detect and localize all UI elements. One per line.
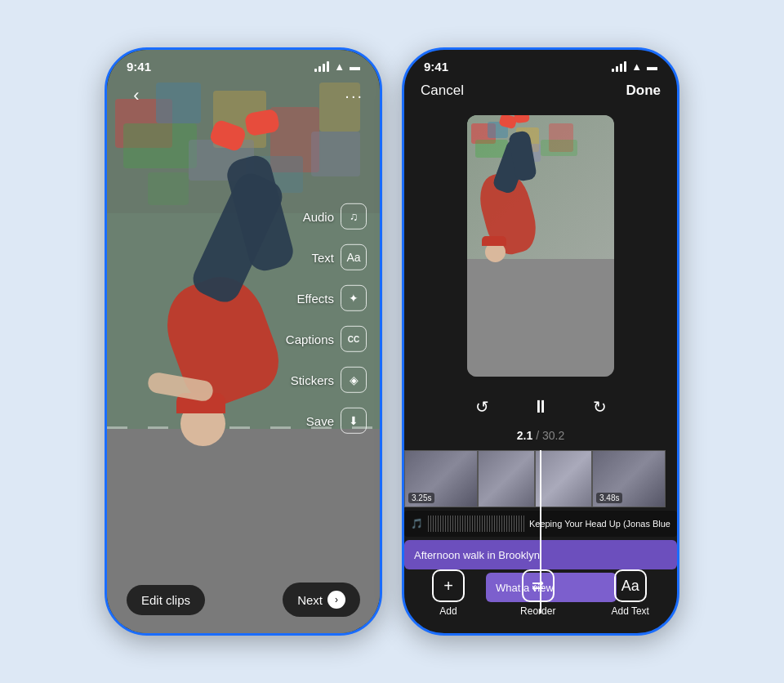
- save-icon: ⬇: [341, 408, 367, 434]
- text-track-1-label: Afternoon walk in Brooklyn: [414, 549, 540, 561]
- next-arrow-icon: ›: [327, 591, 345, 609]
- clip-4-duration: 3.48s: [596, 493, 622, 503]
- bottom-bar-left: Edit clips Next ›: [107, 583, 380, 617]
- add-text-icon[interactable]: Aa: [614, 569, 647, 602]
- playback-controls: ↺ ⏸ ↻: [404, 389, 677, 425]
- audio-track-label: Keeping Your Head Up (Jonas Blue: [529, 519, 670, 529]
- preview-image: [467, 115, 614, 377]
- done-button[interactable]: Done: [626, 83, 662, 99]
- left-phone: 9:41 ▲ ▬: [105, 47, 382, 636]
- captions-icon: CC: [341, 326, 367, 352]
- stickers-tool[interactable]: Stickers ◈: [286, 367, 367, 393]
- bottom-toolbar-right: + Add ⇄ Reorder Aa Add Text: [404, 569, 677, 617]
- add-text-toolbar-item[interactable]: Aa Add Text: [611, 569, 648, 617]
- add-icon[interactable]: +: [432, 569, 465, 602]
- right-status-time: 9:41: [424, 60, 448, 74]
- video-preview: ⌄: [467, 115, 614, 377]
- effects-icon: ✦: [341, 285, 367, 311]
- battery-icon: ▬: [350, 60, 360, 73]
- captions-label: Captions: [286, 332, 334, 346]
- stickers-icon: ◈: [341, 367, 367, 393]
- effects-label: Effects: [296, 291, 334, 305]
- clip-2[interactable]: [478, 450, 535, 507]
- right-status-bar: 9:41 ▲ ▬: [404, 50, 677, 77]
- right-wifi-icon: ▲: [631, 60, 642, 73]
- left-nav: ‹ ···: [107, 83, 380, 109]
- total-time: 30.2: [542, 429, 564, 442]
- audio-track-icon: 🎵: [411, 518, 423, 529]
- tools-menu: Audio ♫ Text Aa Effects ✦ Captions: [286, 203, 367, 434]
- reorder-toolbar-item[interactable]: ⇄ Reorder: [520, 569, 555, 617]
- next-button[interactable]: Next ›: [283, 583, 360, 617]
- time-divider: /: [536, 429, 542, 442]
- left-status-bar: 9:41 ▲ ▬: [107, 50, 380, 77]
- audio-tool[interactable]: Audio ♫: [286, 203, 367, 230]
- preview-chevron-icon: ⌄: [536, 369, 546, 377]
- right-signal-icon: [612, 61, 626, 72]
- text-label: Text: [311, 250, 334, 264]
- back-button[interactable]: ‹: [123, 83, 149, 109]
- right-status-icons: ▲ ▬: [612, 60, 657, 73]
- text-icon: Aa: [341, 244, 367, 270]
- stickers-label: Stickers: [291, 373, 334, 386]
- audio-icon: ♫: [341, 203, 367, 230]
- current-time: 2.1: [517, 429, 532, 442]
- audio-waveform: [428, 516, 524, 532]
- right-header: Cancel Done: [404, 83, 677, 99]
- save-tool[interactable]: Save ⬇: [286, 408, 367, 434]
- redo-button[interactable]: ↻: [585, 392, 614, 422]
- add-text-label: Add Text: [611, 605, 648, 617]
- text-tool[interactable]: Text Aa: [286, 244, 367, 270]
- signal-icon: [314, 61, 329, 72]
- clip-1-duration: 3.25s: [408, 493, 434, 503]
- edit-clips-button[interactable]: Edit clips: [127, 585, 205, 615]
- pause-button[interactable]: ⏸: [523, 389, 559, 425]
- add-toolbar-item[interactable]: + Add: [432, 569, 465, 617]
- clip-1[interactable]: 3.25s: [404, 450, 478, 507]
- clip-4[interactable]: 3.48s: [592, 450, 666, 507]
- reorder-label: Reorder: [520, 605, 555, 617]
- add-label: Add: [439, 605, 457, 617]
- undo-button[interactable]: ↺: [467, 392, 497, 422]
- left-status-time: 9:41: [127, 60, 151, 74]
- wifi-icon: ▲: [334, 60, 345, 73]
- reorder-icon[interactable]: ⇄: [522, 569, 555, 602]
- right-phone: 9:41 ▲ ▬ Cancel Done: [402, 47, 679, 636]
- captions-tool[interactable]: Captions CC: [286, 326, 367, 352]
- clip-3[interactable]: [535, 450, 592, 507]
- audio-label: Audio: [303, 209, 334, 223]
- more-button[interactable]: ···: [345, 87, 363, 105]
- cancel-button[interactable]: Cancel: [421, 83, 464, 99]
- time-indicator: 2.1 / 30.2: [404, 428, 677, 443]
- save-label: Save: [306, 413, 334, 427]
- left-status-icons: ▲ ▬: [314, 60, 360, 73]
- right-battery-icon: ▬: [647, 60, 657, 73]
- effects-tool[interactable]: Effects ✦: [286, 285, 367, 311]
